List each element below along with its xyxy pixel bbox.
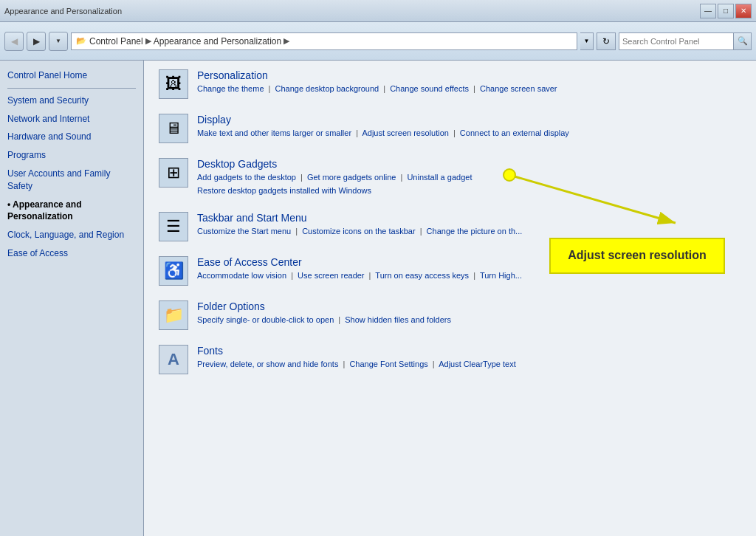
titlebar: Appearance and Personalization — □ ✕ (0, 0, 756, 22)
display-content: Display Make text and other items larger… (197, 114, 741, 140)
turn-high-link[interactable]: Turn High... (480, 271, 522, 280)
window-title: Appearance and Personalization (4, 7, 122, 16)
sidebar-item-hardware-and-sound[interactable]: Hardware and Sound (0, 128, 143, 146)
breadcrumb-sep2: ▶ (284, 36, 289, 46)
fonts-links: Preview, delete, or show and hide fonts … (197, 358, 741, 371)
address-icon: 📂 (76, 36, 86, 46)
fonts-content: Fonts Preview, delete, or show and hide … (197, 345, 741, 371)
category-display: 🖥 Display Make text and other items larg… (159, 114, 741, 143)
sidebar-item-appearance[interactable]: Appearance and Personalization (0, 196, 143, 227)
gadgets-title[interactable]: Desktop Gadgets (197, 158, 741, 170)
content-area: 🖼 Personalization Change the theme | Cha… (144, 61, 756, 536)
personalization-links: Change the theme | Change desktop backgr… (197, 83, 741, 96)
click-option-link[interactable]: Specify single- or double-click to open (197, 315, 334, 324)
sidebar-item-ease-of-access[interactable]: Ease of Access (0, 244, 143, 263)
sidebar-item-user-accounts[interactable]: User Accounts and Family Safety (0, 165, 143, 196)
sidebar-item-control-panel-home[interactable]: Control Panel Home (0, 66, 143, 85)
fonts-icon: A (159, 345, 188, 374)
category-fonts: A Fonts Preview, delete, or show and hid… (159, 345, 741, 374)
search-input[interactable] (619, 37, 733, 46)
search-bar: 🔍 (619, 32, 752, 50)
connect-external-link[interactable]: Connect to an external display (460, 128, 569, 137)
personalization-content: Personalization Change the theme | Chang… (197, 69, 741, 96)
category-personalization: 🖼 Personalization Change the theme | Cha… (159, 69, 741, 99)
minimize-button[interactable]: — (700, 4, 716, 18)
customize-start-link[interactable]: Customize the Start menu (197, 227, 291, 236)
forward-button[interactable]: ▶ (27, 32, 46, 51)
personalization-title[interactable]: Personalization (197, 69, 741, 81)
sidebar-item-clock-language[interactable]: Clock, Language, and Region (0, 226, 143, 244)
sidebar-item-programs[interactable]: Programs (0, 146, 143, 165)
back-button[interactable]: ◀ (4, 32, 24, 51)
main-area: Control Panel Home System and Security N… (0, 61, 756, 536)
display-title[interactable]: Display (197, 114, 741, 126)
restore-gadgets-link[interactable]: Restore desktop gadgets installed with W… (197, 186, 371, 195)
taskbar-icon: ☰ (159, 212, 188, 241)
address-part1: Control Panel (89, 36, 143, 47)
taskbar-title[interactable]: Taskbar and Start Menu (197, 212, 741, 224)
folder-icon: 📁 (159, 300, 188, 330)
change-theme-link[interactable]: Change the theme (197, 84, 264, 93)
recent-pages-button[interactable]: ▼ (49, 32, 68, 51)
ease-icon: ♿ (159, 256, 188, 286)
toolbar: ◀ ▶ ▼ 📂 Control Panel ▶ Appearance and P… (0, 22, 756, 61)
personalization-icon: 🖼 (159, 69, 188, 99)
display-icon: 🖥 (159, 114, 188, 143)
customize-taskbar-link[interactable]: Customize icons on the taskbar (302, 227, 415, 236)
refresh-button[interactable]: ↻ (597, 32, 616, 50)
display-links: Make text and other items larger or smal… (197, 127, 741, 140)
get-gadgets-link[interactable]: Get more gadgets online (307, 173, 396, 182)
close-button[interactable]: ✕ (735, 4, 752, 18)
sidebar-item-system-and-security[interactable]: System and Security (0, 92, 143, 110)
folder-title[interactable]: Folder Options (197, 300, 741, 312)
gadgets-content: Desktop Gadgets Add gadgets to the deskt… (197, 158, 741, 197)
low-vision-link[interactable]: Accommodate low vision (197, 271, 286, 280)
show-hidden-link[interactable]: Show hidden files and folders (345, 315, 451, 324)
preview-fonts-link[interactable]: Preview, delete, or show and hide fonts (197, 360, 338, 368)
callout-box: Adjust screen resolution (549, 238, 725, 274)
address-dropdown-button[interactable]: ▼ (580, 32, 594, 50)
uninstall-gadget-link[interactable]: Uninstall a gadget (407, 173, 472, 182)
sidebar-divider (7, 88, 136, 89)
make-text-larger-link[interactable]: Make text and other items larger or smal… (197, 128, 351, 137)
change-sound-link[interactable]: Change sound effects (390, 84, 469, 93)
change-background-link[interactable]: Change desktop background (275, 84, 379, 93)
main-window: Appearance and Personalization — □ ✕ ◀ ▶… (0, 0, 756, 536)
change-screensaver-link[interactable]: Change screen saver (480, 84, 557, 93)
category-desktop-gadgets: ⊞ Desktop Gadgets Add gadgets to the des… (159, 158, 741, 197)
category-folder-options: 📁 Folder Options Specify single- or doub… (159, 300, 741, 330)
window-controls: — □ ✕ (700, 4, 752, 18)
add-gadgets-link[interactable]: Add gadgets to the desktop (197, 173, 296, 182)
gadgets-icon: ⊞ (159, 158, 188, 188)
taskbar-links: Customize the Start menu | Customize ico… (197, 225, 741, 238)
font-settings-link[interactable]: Change Font Settings (349, 360, 427, 368)
search-button[interactable]: 🔍 (733, 33, 751, 49)
taskbar-content: Taskbar and Start Menu Customize the Sta… (197, 212, 741, 238)
sidebar-item-network-and-internet[interactable]: Network and Internet (0, 110, 143, 128)
screen-reader-link[interactable]: Use screen reader (298, 271, 365, 280)
sidebar: Control Panel Home System and Security N… (0, 61, 144, 536)
breadcrumb-sep1: ▶ (145, 36, 151, 46)
change-picture-link[interactable]: Change the picture on th... (427, 227, 523, 236)
cleartype-link[interactable]: Adjust ClearType text (439, 360, 516, 368)
address-part2: Appearance and Personalization (154, 36, 281, 47)
folder-content: Folder Options Specify single- or double… (197, 300, 741, 327)
easy-access-keys-link[interactable]: Turn on easy access keys (375, 271, 469, 280)
adjust-resolution-link[interactable]: Adjust screen resolution (362, 128, 448, 137)
address-bar[interactable]: 📂 Control Panel ▶ Appearance and Persona… (71, 32, 577, 50)
maximize-button[interactable]: □ (718, 4, 734, 18)
folder-links: Specify single- or double-click to open … (197, 314, 741, 327)
callout-text: Adjust screen resolution (568, 248, 707, 264)
fonts-title[interactable]: Fonts (197, 345, 741, 357)
gadgets-links: Add gadgets to the desktop | Get more ga… (197, 171, 741, 197)
